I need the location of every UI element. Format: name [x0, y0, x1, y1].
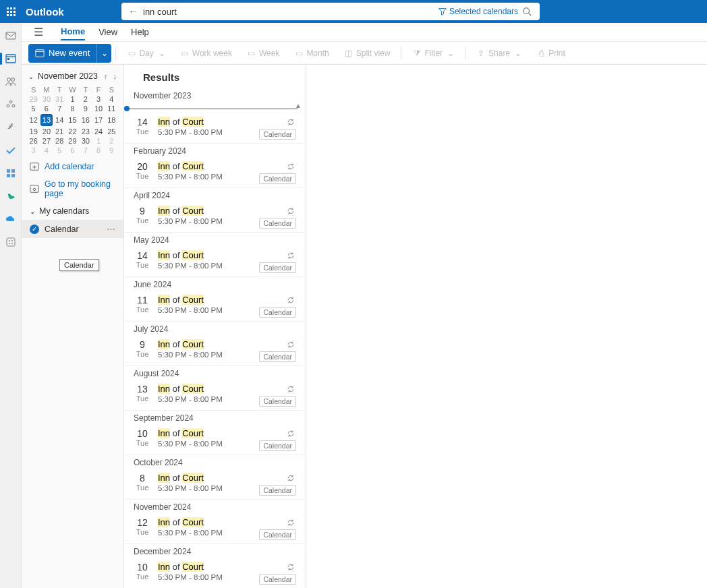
calendar-item-more-icon[interactable]: ⋯: [107, 224, 115, 234]
event-row[interactable]: 13TueInn of Court5:30 PM - 8:00 PMCalend…: [124, 381, 306, 411]
tab-view[interactable]: View: [98, 24, 117, 40]
view-week-button[interactable]: ▭Week: [240, 44, 286, 63]
event-row[interactable]: 10TueInn of Court5:30 PM - 8:00 PMCalend…: [124, 559, 306, 588]
rail-mail-icon[interactable]: [5, 30, 17, 42]
calendar-item[interactable]: ✓ Calendar ⋯: [22, 220, 123, 238]
new-event-chevron[interactable]: ⌄: [96, 44, 111, 63]
event-row[interactable]: 9TueInn of Court5:30 PM - 8:00 PMCalenda…: [124, 336, 306, 366]
event-calendar-badge: Calendar: [259, 129, 296, 140]
mini-day[interactable]: 1: [92, 136, 105, 146]
event-row[interactable]: 10TueInn of Court5:30 PM - 8:00 PMCalend…: [124, 425, 306, 455]
event-row[interactable]: 14TueInn of Court5:30 PM - 8:00 PMCalend…: [124, 114, 306, 144]
mini-day[interactable]: 29: [66, 136, 79, 146]
mini-day[interactable]: 1: [66, 94, 79, 104]
mini-day[interactable]: 29: [27, 94, 40, 104]
rail-onedrive-icon[interactable]: [5, 213, 17, 225]
mini-day[interactable]: 8: [92, 146, 105, 155]
result-month-label: May 2024: [124, 233, 306, 247]
mini-day[interactable]: 12: [27, 113, 40, 127]
mini-day[interactable]: 5: [53, 146, 66, 155]
mini-day[interactable]: 11: [105, 104, 118, 113]
mini-day[interactable]: 9: [105, 146, 118, 155]
mini-day[interactable]: 19: [27, 127, 40, 136]
recurring-icon: [287, 519, 295, 527]
mini-day[interactable]: 20: [40, 127, 53, 136]
mini-day[interactable]: 5: [27, 104, 40, 113]
mini-day[interactable]: 30: [79, 136, 92, 146]
search-input[interactable]: [140, 7, 439, 17]
mini-day[interactable]: 6: [40, 104, 53, 113]
mini-day[interactable]: 15: [66, 113, 79, 127]
add-calendar-button[interactable]: Add calendar: [22, 158, 123, 175]
mini-day[interactable]: 3: [27, 146, 40, 155]
mini-day[interactable]: 18: [105, 113, 118, 127]
mini-day[interactable]: 16: [79, 113, 92, 127]
event-date: 20Tue: [134, 161, 151, 181]
mini-day[interactable]: 2: [105, 136, 118, 146]
collapse-month-icon[interactable]: ⌄: [28, 73, 34, 80]
print-button[interactable]: ⎙Print: [530, 44, 572, 63]
mini-day[interactable]: 10: [92, 104, 105, 113]
mini-day[interactable]: 14: [53, 113, 66, 127]
search-filter-button[interactable]: Selected calendars: [439, 7, 518, 16]
rail-calendar-icon[interactable]: [5, 53, 17, 65]
view-workweek-button[interactable]: ▭Work week: [173, 44, 239, 63]
prev-month-icon[interactable]: ↑: [104, 72, 108, 80]
next-month-icon[interactable]: ↓: [113, 72, 117, 80]
rail-app1-icon[interactable]: [5, 167, 17, 179]
event-row[interactable]: 8TueInn of Court5:30 PM - 8:00 PMCalenda…: [124, 470, 306, 500]
split-view-button[interactable]: ◫Split view: [337, 44, 397, 63]
app-launcher[interactable]: [0, 7, 22, 16]
mini-day[interactable]: 30: [40, 94, 53, 104]
mini-day[interactable]: 27: [40, 136, 53, 146]
mini-day[interactable]: 13: [40, 113, 53, 127]
mini-day[interactable]: 4: [105, 94, 118, 104]
mini-day[interactable]: 3: [92, 94, 105, 104]
new-event-button[interactable]: New event: [28, 44, 96, 63]
search-icon[interactable]: [518, 7, 536, 16]
svg-line-1: [529, 13, 532, 16]
event-row[interactable]: 9TueInn of Court5:30 PM - 8:00 PMCalenda…: [124, 203, 306, 233]
mini-day[interactable]: 25: [105, 127, 118, 136]
mini-day[interactable]: 28: [53, 136, 66, 146]
mini-day[interactable]: 9: [79, 104, 92, 113]
hamburger-icon[interactable]: ☰: [34, 26, 43, 38]
filter-button[interactable]: ⧩Filter⌄: [405, 44, 461, 63]
tab-home[interactable]: Home: [61, 24, 85, 40]
svg-rect-2: [6, 32, 16, 39]
mini-day[interactable]: 24: [92, 127, 105, 136]
my-calendars-group[interactable]: ⌄ My calendars: [22, 202, 123, 220]
mini-day[interactable]: 31: [53, 94, 66, 104]
mini-day[interactable]: 7: [53, 104, 66, 113]
mini-day[interactable]: 7: [79, 146, 92, 155]
rail-todo-icon[interactable]: [5, 144, 17, 156]
view-day-button[interactable]: ▭Day⌄: [120, 44, 171, 63]
rail-groups-icon[interactable]: [5, 98, 17, 111]
view-month-button[interactable]: ▭Month: [287, 44, 335, 63]
rail-people-icon[interactable]: [5, 76, 17, 88]
mini-day[interactable]: 8: [66, 104, 79, 113]
mini-day[interactable]: 17: [92, 113, 105, 127]
mini-day[interactable]: 26: [27, 136, 40, 146]
share-button[interactable]: ⇪Share⌄: [470, 44, 528, 63]
booking-page-button[interactable]: Go to my booking page: [22, 175, 123, 202]
mini-day[interactable]: 21: [53, 127, 66, 136]
event-row[interactable]: 11TueInn of Court5:30 PM - 8:00 PMCalend…: [124, 292, 306, 322]
event-date: 10Tue: [134, 428, 151, 448]
rail-more-icon[interactable]: [5, 236, 17, 248]
result-month-label: December 2024: [124, 544, 306, 559]
mini-day[interactable]: 2: [79, 94, 92, 104]
tab-help[interactable]: Help: [131, 24, 149, 40]
rail-app2-icon[interactable]: [5, 190, 17, 202]
event-row[interactable]: 12TueInn of Court5:30 PM - 8:00 PMCalend…: [124, 514, 306, 544]
mini-calendar-table[interactable]: SMTWTFS293031123456789101112131415161718…: [27, 85, 118, 155]
mini-day[interactable]: 23: [79, 127, 92, 136]
mini-day[interactable]: 22: [66, 127, 79, 136]
rail-files-icon[interactable]: [5, 121, 17, 134]
event-row[interactable]: 20TueInn of Court5:30 PM - 8:00 PMCalend…: [124, 158, 306, 188]
event-title: Inn of Court: [158, 562, 296, 572]
mini-day[interactable]: 4: [40, 146, 53, 155]
mini-day[interactable]: 6: [66, 146, 79, 155]
search-back-icon[interactable]: ←: [125, 6, 140, 17]
event-row[interactable]: 14TueInn of Court5:30 PM - 8:00 PMCalend…: [124, 247, 306, 277]
